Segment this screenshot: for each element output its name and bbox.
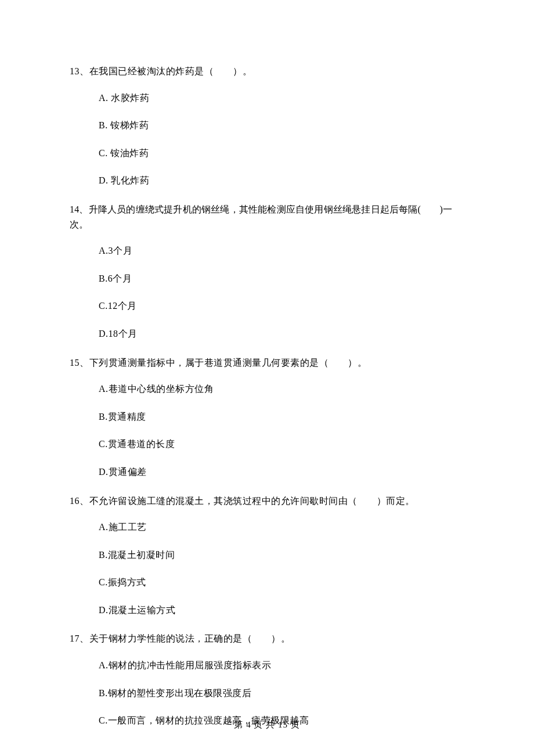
question-number: 16、	[70, 496, 89, 506]
question-13: 13、在我国已经被淘汰的炸药是（ ）。	[70, 64, 464, 79]
option-b: B.钢材的塑性变形出现在极限强度后	[70, 686, 464, 701]
question-15: 15、下列贯通测量指标中，属于巷道贯通测量几何要素的是（ ）。	[70, 355, 464, 370]
option-d: D.18个月	[70, 326, 464, 341]
options-15: A.巷道中心线的坐标方位角 B.贯通精度 C.贯通巷道的长度 D.贯通偏差	[70, 381, 464, 479]
question-number: 17、	[70, 633, 89, 643]
question-16: 16、不允许留设施工缝的混凝土，其浇筑过程中的允许间歇时间由（ ）而定。	[70, 494, 464, 509]
question-body: 在我国已经被淘汰的炸药是（ ）。	[89, 66, 252, 76]
question-body: 关于钢材力学性能的说法，正确的是（ ）。	[89, 633, 291, 643]
question-body: 下列贯通测量指标中，属于巷道贯通测量几何要素的是（ ）。	[89, 358, 367, 368]
option-b: B. 铵梯炸药	[70, 118, 464, 133]
option-a: A.巷道中心线的坐标方位角	[70, 381, 464, 397]
option-b: B.贯通精度	[70, 409, 464, 424]
option-a: A.钢材的抗冲击性能用屈服强度指标表示	[70, 658, 464, 673]
option-d: D. 乳化炸药	[70, 173, 464, 188]
option-d: D.贯通偏差	[70, 465, 464, 480]
options-16: A.施工工艺 B.混凝土初凝时间 C.振捣方式 D.混凝土运输方式	[70, 520, 464, 617]
options-17: A.钢材的抗冲击性能用屈服强度指标表示 B.钢材的塑性变形出现在极限强度后 C.…	[70, 658, 464, 728]
option-b: B.混凝土初凝时间	[70, 548, 464, 563]
option-c: C.12个月	[70, 298, 464, 314]
page-content: 13、在我国已经被淘汰的炸药是（ ）。 A. 水胶炸药 B. 铵梯炸药 C. 铵…	[0, 0, 534, 728]
question-number: 14、	[70, 204, 89, 214]
option-b: B.6个月	[70, 271, 464, 286]
options-13: A. 水胶炸药 B. 铵梯炸药 C. 铵油炸药 D. 乳化炸药	[70, 91, 464, 188]
question-14: 14、升降人员的缠绕式提升机的钢丝绳，其性能检测应自使用钢丝绳悬挂日起后每隔( …	[70, 202, 464, 232]
option-a: A.施工工艺	[70, 520, 464, 535]
question-body: 不允许留设施工缝的混凝土，其浇筑过程中的允许间歇时间由（ ）而定。	[89, 496, 415, 506]
option-d: D.混凝土运输方式	[70, 603, 464, 618]
question-number: 13、	[70, 66, 89, 76]
question-number: 15、	[70, 358, 89, 368]
option-a: A. 水胶炸药	[70, 91, 464, 106]
option-c: C.振捣方式	[70, 575, 464, 590]
question-body: 升降人员的缠绕式提升机的钢丝绳，其性能检测应自使用钢丝绳悬挂日起后每隔( )一次…	[70, 204, 452, 229]
options-14: A.3个月 B.6个月 C.12个月 D.18个月	[70, 243, 464, 341]
option-c: C. 铵油炸药	[70, 146, 464, 161]
option-a: A.3个月	[70, 243, 464, 258]
option-c: C.贯通巷道的长度	[70, 437, 464, 452]
question-17: 17、关于钢材力学性能的说法，正确的是（ ）。	[70, 631, 464, 646]
page-footer: 第 4 页 共 15 页	[0, 719, 534, 730]
